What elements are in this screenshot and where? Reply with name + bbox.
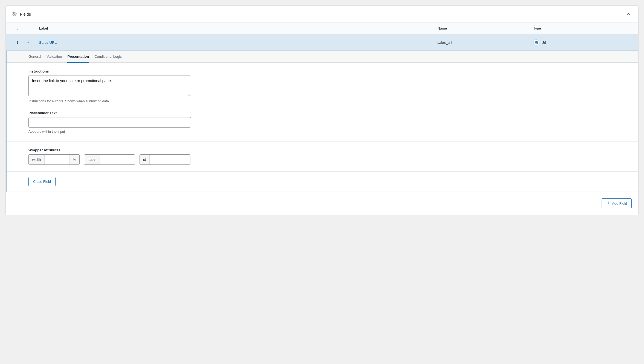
plus-icon	[606, 201, 610, 206]
close-field-row: Close Field	[7, 171, 638, 192]
wrapper-width-input[interactable]	[45, 155, 69, 164]
field-settings-body: General Validation Presentation Conditio…	[6, 51, 638, 192]
field-label-link[interactable]: Sales URL	[39, 41, 57, 45]
wrapper-class-prefix: class	[84, 155, 100, 164]
placeholder-help: Appears within the input	[28, 130, 632, 134]
panel-collapse-button[interactable]	[625, 11, 632, 17]
panel-title-wrap: Fields	[12, 11, 31, 17]
column-header-type: Type	[533, 26, 632, 30]
instructions-textarea[interactable]	[28, 76, 191, 96]
field-row[interactable]: 1 Sales URL sales_url Url	[6, 34, 638, 51]
wrapper-inputs-row: width % class id	[28, 154, 632, 165]
tab-conditional-logic[interactable]: Conditional Logic	[94, 51, 122, 62]
field-name-cell: sales_url	[437, 41, 533, 45]
add-field-button[interactable]: Add Field	[602, 198, 632, 208]
fields-panel: Fields # Label Name Type 1 Sales URL sal…	[5, 5, 639, 215]
field-type-label: Url	[541, 41, 546, 45]
divider	[7, 141, 638, 141]
instructions-label: Instructions	[28, 69, 632, 73]
field-type-cell: Url	[533, 39, 632, 45]
column-header-name: Name	[437, 26, 533, 30]
tab-general[interactable]: General	[28, 51, 41, 62]
panel-header: Fields	[6, 6, 638, 22]
wrapper-width-unit: %	[69, 155, 79, 164]
settings-tabs: General Validation Presentation Conditio…	[7, 51, 638, 63]
wrapper-class-input[interactable]	[100, 155, 135, 164]
settings-content: Instructions Instructions for authors. S…	[7, 63, 638, 171]
globe-icon	[533, 39, 539, 45]
column-header-label: Label	[26, 26, 437, 30]
wrapper-id-group: id	[140, 154, 190, 165]
wrapper-label: Wrapper Attributes	[28, 148, 632, 152]
row-expand-cell	[26, 40, 39, 45]
close-field-button[interactable]: Close Field	[28, 177, 56, 186]
wrapper-id-input[interactable]	[150, 155, 190, 164]
chevron-up-icon[interactable]	[26, 40, 30, 45]
puzzle-icon	[12, 11, 17, 17]
table-header: # Label Name Type	[6, 22, 638, 34]
panel-footer: Add Field	[6, 192, 638, 215]
add-field-label: Add Field	[612, 201, 627, 206]
placeholder-group: Placeholder Text Appears within the inpu…	[28, 111, 632, 134]
column-header-num: #	[12, 26, 26, 30]
tab-validation[interactable]: Validation	[47, 51, 62, 62]
instructions-help: Instructions for authors. Shown when sub…	[28, 99, 632, 103]
field-label-cell: Sales URL	[39, 41, 437, 45]
wrapper-group: Wrapper Attributes width % class id	[28, 148, 632, 165]
placeholder-input[interactable]	[28, 117, 191, 128]
field-index: 1	[12, 41, 26, 45]
placeholder-label: Placeholder Text	[28, 111, 632, 115]
instructions-group: Instructions Instructions for authors. S…	[28, 69, 632, 103]
wrapper-id-prefix: id	[140, 155, 150, 164]
wrapper-width-prefix: width	[29, 155, 45, 164]
tab-presentation[interactable]: Presentation	[67, 51, 89, 62]
panel-title: Fields	[20, 12, 31, 16]
wrapper-width-group: width %	[28, 154, 80, 165]
wrapper-class-group: class	[84, 154, 135, 165]
